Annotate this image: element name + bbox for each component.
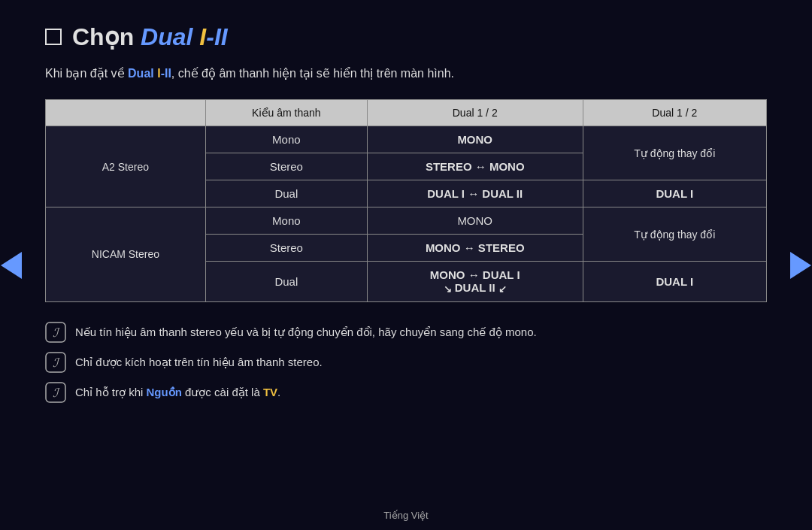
footer: Tiếng Việt (0, 510, 812, 521)
auto-change-nicam: Tự động thay đổi (583, 207, 766, 262)
page-title: Chọn Dual I-II (72, 23, 228, 51)
type-dual-a2: Dual (205, 180, 367, 207)
notes-section: ℐ Nếu tín hiệu âm thanh stereo yếu và bị… (45, 323, 767, 403)
note-highlight-nguon: Nguồn (147, 386, 182, 398)
page-container: Chọn Dual I-II Khi bạn đặt về Dual I-II,… (0, 0, 812, 429)
dual12-stereo-a2: STEREO ↔ MONO (367, 153, 583, 180)
note-item-3: ℐ Chỉ hỗ trợ khi Nguồn được cài đặt là T… (45, 383, 767, 403)
note-item-1: ℐ Nếu tín hiệu âm thanh stereo yếu và bị… (45, 323, 767, 343)
footer-language: Tiếng Việt (383, 510, 428, 521)
last-dual-a2: DUAL I (583, 180, 766, 207)
dual12-mono-nicam: MONO (367, 207, 583, 235)
note-text-1: Nếu tín hiệu âm thanh stereo yếu và bị t… (75, 323, 537, 341)
type-stereo-a2: Stereo (205, 153, 367, 180)
subtitle-roman-i: I (157, 67, 160, 80)
title-roman-two: II (214, 23, 228, 50)
table-row: A2 Stereo Mono MONO Tự động thay đổi (46, 126, 767, 153)
auto-change-a2: Tự động thay đổi (583, 126, 766, 180)
type-dual-nicam: Dual (205, 262, 367, 302)
last-dual-nicam: DUAL I (583, 262, 766, 302)
dual12-dual-a2: DUAL I ↔ DUAL II (367, 180, 583, 207)
col-header-dual12-a: Dual 1 / 2 (367, 100, 583, 126)
title-dual: Dual I-II (141, 23, 228, 50)
col-header-dual12-b: Dual 1 / 2 (583, 100, 766, 126)
type-stereo-nicam: Stereo (205, 235, 367, 262)
note-text-2: Chỉ được kích hoạt trên tín hiệu âm than… (75, 353, 323, 371)
title-checkbox (45, 29, 62, 45)
subtitle: Khi bạn đặt về Dual I-II, chế độ âm than… (45, 65, 767, 83)
group-nicam: NICAM Stereo (46, 207, 206, 302)
svg-text:ℐ: ℐ (53, 386, 60, 399)
note-icon-2: ℐ (45, 352, 66, 373)
note-text-3: Chỉ hỗ trợ khi Nguồn được cài đặt là TV. (75, 383, 280, 401)
audio-table: Kiểu âm thanh Dual 1 / 2 Dual 1 / 2 A2 S… (45, 99, 767, 302)
note-item-2: ℐ Chỉ được kích hoạt trên tín hiệu âm th… (45, 353, 767, 373)
title-section: Chọn Dual I-II (45, 23, 767, 51)
table-row: NICAM Stereo Mono MONO Tự động thay đổi (46, 207, 767, 235)
dual12-dual-nicam: MONO ↔ DUAL I ↘ DUAL II ↙ (367, 262, 583, 302)
group-a2stereo: A2 Stereo (46, 126, 206, 207)
col-header-group (46, 100, 206, 126)
dual12-mono-a2: MONO (367, 126, 583, 153)
dual12-stereo-nicam: MONO ↔ STEREO (367, 235, 583, 262)
type-mono-a2: Mono (205, 126, 367, 153)
subtitle-roman-ii: II (165, 67, 171, 80)
svg-text:ℐ: ℐ (53, 326, 60, 339)
table-header-row: Kiểu âm thanh Dual 1 / 2 Dual 1 / 2 (46, 100, 767, 126)
note-icon-1: ℐ (45, 322, 66, 343)
note-highlight-tv: TV (263, 386, 277, 398)
title-roman-one: I (199, 23, 206, 50)
type-mono-nicam: Mono (205, 207, 367, 235)
subtitle-dual: Dual I-II (128, 67, 171, 80)
note-icon-3: ℐ (45, 382, 66, 403)
svg-text:ℐ: ℐ (53, 356, 60, 369)
col-header-type: Kiểu âm thanh (205, 100, 367, 126)
